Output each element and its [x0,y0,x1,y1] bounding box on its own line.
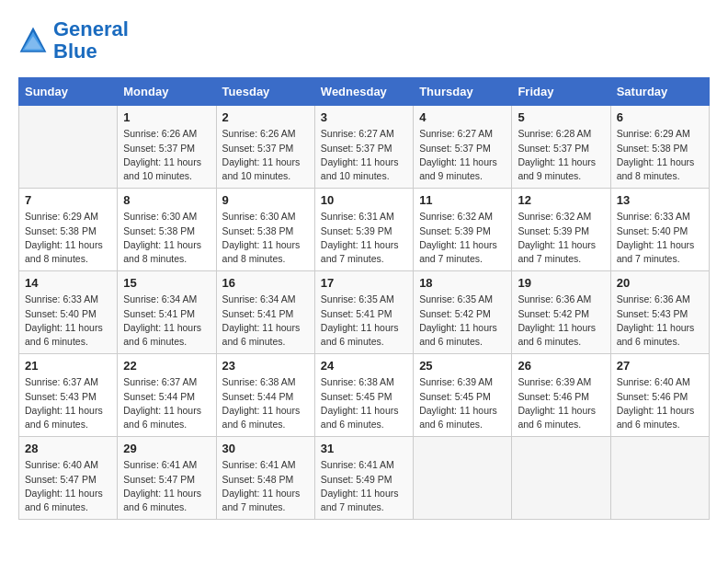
calendar-cell: 12Sunrise: 6:32 AMSunset: 5:39 PMDayligh… [512,189,610,271]
day-info: Sunrise: 6:39 AMSunset: 5:45 PMDaylight:… [419,375,506,431]
day-info: Sunrise: 6:31 AMSunset: 5:39 PMDaylight:… [321,210,407,266]
day-info: Sunrise: 6:36 AMSunset: 5:42 PMDaylight:… [518,293,604,349]
calendar-cell: 25Sunrise: 6:39 AMSunset: 5:45 PMDayligh… [414,354,512,437]
calendar-cell: 23Sunrise: 6:38 AMSunset: 5:44 PMDayligh… [216,354,314,437]
day-header-saturday: Saturday [610,78,709,106]
day-info: Sunrise: 6:38 AMSunset: 5:45 PMDaylight:… [321,375,407,431]
logo-icon [18,26,48,55]
day-info: Sunrise: 6:37 AMSunset: 5:43 PMDaylight:… [25,375,111,431]
calendar-cell: 21Sunrise: 6:37 AMSunset: 5:43 PMDayligh… [19,354,118,437]
calendar-cell: 30Sunrise: 6:41 AMSunset: 5:48 PMDayligh… [216,437,314,520]
calendar-cell: 26Sunrise: 6:39 AMSunset: 5:46 PMDayligh… [512,354,610,437]
calendar-cell: 6Sunrise: 6:29 AMSunset: 5:38 PMDaylight… [610,106,709,189]
day-info: Sunrise: 6:27 AMSunset: 5:37 PMDaylight:… [419,127,506,183]
day-info: Sunrise: 6:40 AMSunset: 5:46 PMDaylight:… [617,375,703,431]
day-info: Sunrise: 6:41 AMSunset: 5:47 PMDaylight:… [123,458,210,514]
day-number: 12 [518,193,604,207]
day-info: Sunrise: 6:29 AMSunset: 5:38 PMDaylight:… [25,210,111,266]
day-header-thursday: Thursday [414,78,512,106]
calendar-cell: 9Sunrise: 6:30 AMSunset: 5:38 PMDaylight… [216,189,314,271]
day-header-monday: Monday [118,78,216,106]
calendar-cell: 29Sunrise: 6:41 AMSunset: 5:47 PMDayligh… [118,437,216,520]
day-number: 9 [222,193,309,207]
calendar-cell: 19Sunrise: 6:36 AMSunset: 5:42 PMDayligh… [512,271,610,354]
day-number: 1 [123,110,210,124]
week-row-2: 7Sunrise: 6:29 AMSunset: 5:38 PMDaylight… [19,189,710,271]
calendar-cell: 28Sunrise: 6:40 AMSunset: 5:47 PMDayligh… [19,437,118,520]
day-info: Sunrise: 6:26 AMSunset: 5:37 PMDaylight:… [222,127,309,183]
calendar-cell [610,437,709,520]
day-number: 7 [25,193,111,207]
day-info: Sunrise: 6:37 AMSunset: 5:44 PMDaylight:… [123,375,210,431]
calendar-cell: 1Sunrise: 6:26 AMSunset: 5:37 PMDaylight… [118,106,216,189]
calendar-cell [414,437,512,520]
day-number: 3 [321,110,407,124]
day-number: 31 [321,442,407,455]
day-number: 27 [617,359,703,373]
calendar-cell: 3Sunrise: 6:27 AMSunset: 5:37 PMDaylight… [314,106,413,189]
day-number: 11 [419,193,506,207]
day-number: 18 [419,276,506,290]
day-info: Sunrise: 6:36 AMSunset: 5:43 PMDaylight:… [617,293,703,349]
calendar-cell: 5Sunrise: 6:28 AMSunset: 5:37 PMDaylight… [512,106,610,189]
day-number: 25 [419,359,506,373]
day-info: Sunrise: 6:30 AMSunset: 5:38 PMDaylight:… [123,210,210,266]
calendar-cell: 24Sunrise: 6:38 AMSunset: 5:45 PMDayligh… [314,354,413,437]
day-info: Sunrise: 6:40 AMSunset: 5:47 PMDaylight:… [25,458,111,514]
calendar-cell: 7Sunrise: 6:29 AMSunset: 5:38 PMDaylight… [19,189,118,271]
calendar-cell: 8Sunrise: 6:30 AMSunset: 5:38 PMDaylight… [118,189,216,271]
day-info: Sunrise: 6:35 AMSunset: 5:42 PMDaylight:… [419,293,506,349]
day-number: 30 [222,442,309,455]
day-number: 29 [123,442,210,455]
calendar-cell: 17Sunrise: 6:35 AMSunset: 5:41 PMDayligh… [314,271,413,354]
logo: General Blue [18,18,129,63]
day-number: 10 [321,193,407,207]
day-header-sunday: Sunday [19,78,118,106]
calendar-cell: 10Sunrise: 6:31 AMSunset: 5:39 PMDayligh… [314,189,413,271]
day-info: Sunrise: 6:32 AMSunset: 5:39 PMDaylight:… [518,210,604,266]
page-header: General Blue [18,18,710,63]
day-number: 2 [222,110,309,124]
day-number: 17 [321,276,407,290]
day-header-wednesday: Wednesday [314,78,413,106]
week-row-5: 28Sunrise: 6:40 AMSunset: 5:47 PMDayligh… [19,437,710,520]
day-info: Sunrise: 6:39 AMSunset: 5:46 PMDaylight:… [518,375,604,431]
day-number: 20 [617,276,703,290]
day-number: 24 [321,359,407,373]
day-number: 13 [617,193,703,207]
day-info: Sunrise: 6:33 AMSunset: 5:40 PMDaylight:… [617,210,703,266]
day-info: Sunrise: 6:33 AMSunset: 5:40 PMDaylight:… [25,293,111,349]
day-number: 26 [518,359,604,373]
calendar-cell: 14Sunrise: 6:33 AMSunset: 5:40 PMDayligh… [19,271,118,354]
day-info: Sunrise: 6:27 AMSunset: 5:37 PMDaylight:… [321,127,407,183]
day-info: Sunrise: 6:29 AMSunset: 5:38 PMDaylight:… [617,127,703,183]
calendar-cell: 2Sunrise: 6:26 AMSunset: 5:37 PMDaylight… [216,106,314,189]
day-number: 28 [25,442,111,455]
day-info: Sunrise: 6:38 AMSunset: 5:44 PMDaylight:… [222,375,309,431]
day-info: Sunrise: 6:30 AMSunset: 5:38 PMDaylight:… [222,210,309,266]
day-number: 16 [222,276,309,290]
day-number: 19 [518,276,604,290]
calendar-cell [512,437,610,520]
day-number: 21 [25,359,111,373]
week-row-4: 21Sunrise: 6:37 AMSunset: 5:43 PMDayligh… [19,354,710,437]
day-info: Sunrise: 6:41 AMSunset: 5:49 PMDaylight:… [321,458,407,514]
day-number: 14 [25,276,111,290]
day-info: Sunrise: 6:32 AMSunset: 5:39 PMDaylight:… [419,210,506,266]
logo-text: General Blue [53,18,129,63]
calendar-cell: 15Sunrise: 6:34 AMSunset: 5:41 PMDayligh… [118,271,216,354]
calendar-cell: 13Sunrise: 6:33 AMSunset: 5:40 PMDayligh… [610,189,709,271]
calendar-table: SundayMondayTuesdayWednesdayThursdayFrid… [18,77,710,520]
calendar-cell: 18Sunrise: 6:35 AMSunset: 5:42 PMDayligh… [414,271,512,354]
calendar-cell: 4Sunrise: 6:27 AMSunset: 5:37 PMDaylight… [414,106,512,189]
day-info: Sunrise: 6:35 AMSunset: 5:41 PMDaylight:… [321,293,407,349]
day-number: 22 [123,359,210,373]
day-info: Sunrise: 6:28 AMSunset: 5:37 PMDaylight:… [518,127,604,183]
day-info: Sunrise: 6:34 AMSunset: 5:41 PMDaylight:… [123,293,210,349]
week-row-3: 14Sunrise: 6:33 AMSunset: 5:40 PMDayligh… [19,271,710,354]
calendar-cell: 27Sunrise: 6:40 AMSunset: 5:46 PMDayligh… [610,354,709,437]
day-info: Sunrise: 6:41 AMSunset: 5:48 PMDaylight:… [222,458,309,514]
calendar-header: SundayMondayTuesdayWednesdayThursdayFrid… [19,78,710,106]
calendar-cell: 22Sunrise: 6:37 AMSunset: 5:44 PMDayligh… [118,354,216,437]
day-header-tuesday: Tuesday [216,78,314,106]
